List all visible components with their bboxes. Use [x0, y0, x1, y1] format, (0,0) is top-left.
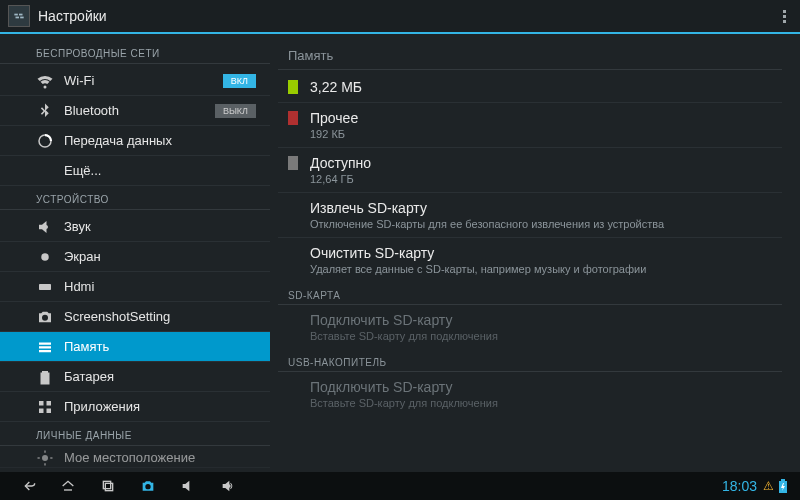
erase-sd-item[interactable]: Очистить SD-карту Удаляет все данные с S… [278, 238, 782, 282]
sidebar-item-label: Ещё... [64, 163, 270, 178]
sidebar-item-label: ScreenshotSetting [64, 309, 270, 324]
sidebar-item-display[interactable]: Экран [0, 242, 270, 272]
location-icon [36, 449, 54, 467]
sidebar-item-location[interactable]: Мое местоположение [0, 448, 270, 468]
sidebar-item-bluetooth[interactable]: Bluetooth ВЫКЛ [0, 96, 270, 126]
svg-rect-1 [19, 14, 23, 16]
bluetooth-toggle[interactable]: ВЫКЛ [215, 104, 256, 118]
sidebar-item-apps[interactable]: Приложения [0, 392, 270, 422]
svg-rect-8 [39, 346, 51, 348]
storage-size: 3,22 МБ [310, 78, 362, 96]
sidebar-item-more[interactable]: Ещё... [0, 156, 270, 186]
sidebar-item-label: Звук [64, 219, 270, 234]
item-subtitle: Вставьте SD-карту для подключения [310, 396, 498, 410]
storage-item-other[interactable]: Прочее 192 КБ [278, 103, 782, 148]
color-swatch-icon [288, 80, 298, 94]
sidebar-item-label: Батарея [64, 369, 270, 384]
category-device: УСТРОЙСТВО [0, 186, 270, 210]
detail-pane: Память 3,22 МБ Прочее 192 КБ Доступно 12… [270, 34, 800, 472]
camera-icon [36, 308, 54, 326]
apps-icon [36, 398, 54, 416]
svg-rect-0 [14, 14, 18, 16]
bluetooth-icon [36, 102, 54, 120]
sound-icon [36, 218, 54, 236]
hdmi-icon [36, 278, 54, 296]
svg-rect-15 [103, 481, 110, 488]
sidebar-item-label: Приложения [64, 399, 270, 414]
sidebar-item-wifi[interactable]: Wi-Fi ВКЛ [0, 66, 270, 96]
notification-icon[interactable]: ⚠ [763, 479, 774, 493]
sidebar-item-label: Мое местоположение [64, 450, 270, 465]
storage-icon [36, 338, 54, 356]
sidebar-item-label: Память [64, 339, 270, 354]
storage-item-apps[interactable]: 3,22 МБ [278, 72, 782, 103]
svg-rect-11 [47, 401, 52, 406]
wifi-toggle[interactable]: ВКЛ [223, 74, 256, 88]
recent-apps-button[interactable] [88, 472, 128, 500]
color-swatch-icon [288, 111, 298, 125]
svg-rect-9 [39, 350, 51, 352]
volume-up-button[interactable] [208, 472, 248, 500]
wifi-icon [36, 72, 54, 90]
category-personal: ЛИЧНЫЕ ДАННЫЕ [0, 422, 270, 446]
item-subtitle: Вставьте SD-карту для подключения [310, 329, 498, 343]
data-usage-icon [36, 132, 54, 150]
item-subtitle: 12,64 ГБ [310, 172, 371, 186]
item-title: Подключить SD-карту [310, 378, 498, 396]
item-title: Доступно [310, 154, 371, 172]
sidebar-item-hdmi[interactable]: Hdmi [0, 272, 270, 302]
svg-rect-2 [16, 17, 20, 19]
item-subtitle: 192 КБ [310, 127, 358, 141]
mount-sd-item: Подключить SD-карту Вставьте SD-карту дл… [278, 305, 782, 349]
storage-item-available[interactable]: Доступно 12,64 ГБ [278, 148, 782, 193]
item-title: Очистить SD-карту [310, 244, 646, 262]
sidebar-item-battery[interactable]: Батарея [0, 362, 270, 392]
spacer [288, 311, 298, 312]
page-title: Настройки [38, 8, 107, 24]
settings-sidebar: БЕСПРОВОДНЫЕ СЕТИ Wi-Fi ВКЛ Bluetooth ВЫ… [0, 34, 270, 472]
mount-usb-item: Подключить SD-карту Вставьте SD-карту дл… [278, 372, 782, 416]
screenshot-button[interactable] [128, 472, 168, 500]
home-button[interactable] [48, 472, 88, 500]
app-icon [8, 5, 30, 27]
item-subtitle: Отключение SD-карты для ее безопасного и… [310, 217, 664, 231]
section-usb-storage: USB-НАКОПИТЕЛЬ [278, 349, 782, 372]
battery-icon [36, 368, 54, 386]
svg-rect-13 [47, 408, 52, 413]
item-subtitle: Удаляет все данные с SD-карты, например … [310, 262, 646, 276]
svg-rect-10 [39, 401, 44, 406]
sidebar-item-sound[interactable]: Звук [0, 212, 270, 242]
detail-header: Память [278, 40, 782, 69]
item-title: Прочее [310, 109, 358, 127]
color-swatch-icon [288, 156, 298, 170]
sidebar-item-screenshot[interactable]: ScreenshotSetting [0, 302, 270, 332]
clock[interactable]: 18:03 [722, 478, 757, 494]
back-button[interactable] [8, 472, 48, 500]
sidebar-item-data-usage[interactable]: Передача данных [0, 126, 270, 156]
display-icon [36, 248, 54, 266]
volume-down-button[interactable] [168, 472, 208, 500]
spacer [288, 244, 298, 245]
sidebar-item-label: Передача данных [64, 133, 270, 148]
item-title: Подключить SD-карту [310, 311, 498, 329]
sidebar-item-label: Экран [64, 249, 270, 264]
action-bar: Настройки [0, 0, 800, 34]
sidebar-item-storage[interactable]: Память [0, 332, 270, 362]
category-wireless: БЕСПРОВОДНЫЕ СЕТИ [0, 40, 270, 64]
battery-status-icon[interactable] [778, 479, 788, 493]
svg-point-5 [41, 253, 49, 261]
svg-rect-7 [39, 342, 51, 344]
svg-rect-16 [105, 483, 112, 490]
spacer [288, 378, 298, 379]
svg-rect-6 [39, 284, 51, 290]
sidebar-item-label: Hdmi [64, 279, 270, 294]
eject-sd-item[interactable]: Извлечь SD-карту Отключение SD-карты для… [278, 193, 782, 238]
svg-rect-3 [20, 17, 24, 19]
section-sd-card: SD-КАРТА [278, 282, 782, 305]
system-navigation-bar: 18:03 ⚠ [0, 472, 800, 500]
svg-point-14 [42, 455, 48, 461]
sidebar-item-label: Bluetooth [64, 103, 215, 118]
svg-rect-12 [39, 408, 44, 413]
overflow-menu-button[interactable] [777, 4, 792, 29]
sidebar-item-label: Wi-Fi [64, 73, 223, 88]
